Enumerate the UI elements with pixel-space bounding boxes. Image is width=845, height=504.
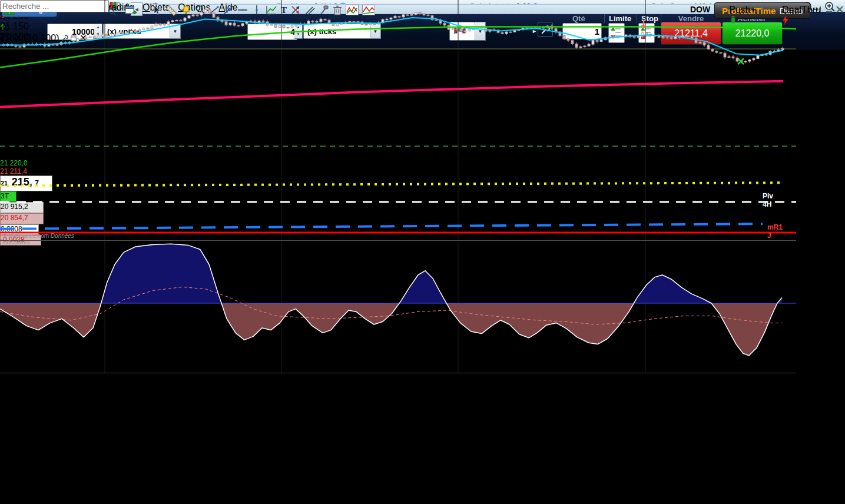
trading-app-window: { "topbar": { "ordres_label": "Ordres :"… — [0, 0, 845, 504]
pivot-4h-label: Piv 4H — [763, 192, 773, 208]
copyright-text: © IT-Finance.com — [2, 233, 49, 239]
chart-area[interactable]: Heikin-Ashi ✕ TRIX (10 100) ✕ Piv 4H mR1… — [0, 0, 87, 86]
minimize-icon[interactable] — [825, 5, 833, 16]
mr1-blue-dashed — [0, 224, 763, 229]
copyright-note: © IT-Finance.com Données indicatives — [2, 233, 87, 246]
mr1-level-label: mR1 J — [767, 223, 783, 240]
level-yellow-dotted — [0, 183, 783, 185]
chart-canvas-host[interactable] — [0, 0, 796, 389]
trend-magenta — [0, 81, 783, 107]
chart-canvas[interactable] — [0, 0, 796, 389]
close-window-icon[interactable] — [836, 5, 844, 16]
